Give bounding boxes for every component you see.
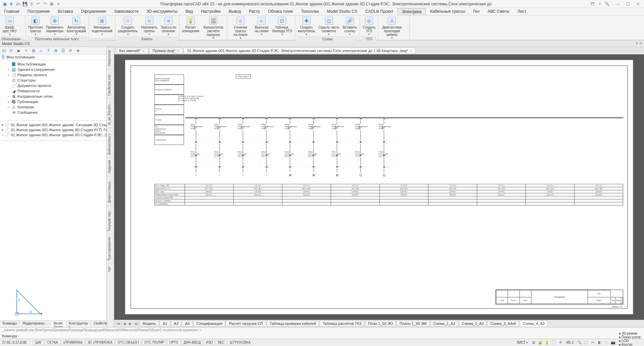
sidebar-tb-icon[interactable]: T [46,48,51,53]
status-grid-icon[interactable]: ⊞ [531,340,536,345]
tree-item[interactable]: 📄Документы проекта [6,83,106,88]
tree-item[interactable]: 📘Мои публикации [6,61,106,67]
ribbon-button[interactable]: ⊞Менеджерподключений▼ [90,16,114,37]
command-input[interactable] [20,334,642,338]
menu-tab-Электрика[interactable]: Электрика [398,8,426,15]
vertical-tab[interactable]: Чат [107,263,114,275]
status-right-toggle[interactable]: ● Показ узлов [617,335,642,339]
status-toggle[interactable]: 3D оПРИВЯЗКА [86,340,114,345]
document-tab[interactable]: 01.Жилое здание.001.Жилое здание.3D.Стад… [184,48,416,54]
layout-tab[interactable]: План 1_50 ЭО [365,320,396,327]
ribbon-button[interactable]: 🧮Калькуляторрасчета нагрузок▼ [201,16,225,40]
menu-tab-Построение[interactable]: Построение [24,8,54,15]
file-item[interactable]: −📄01.Жилое здание.001.Жилое здание.3D.Ст… [1,132,106,137]
tab-close-icon[interactable]: ✕ [142,49,145,53]
vertical-tab[interactable]: Навигатор [107,47,114,69]
redo-icon[interactable]: ↷ [42,1,48,7]
ribbon-button[interactable]: 🔗Вставитьссылку▼ [341,16,358,37]
layout-tab[interactable]: Схема_3_A4x6 [487,320,519,327]
ribbon-button[interactable]: ⚙Применитьпараметры▼ [45,16,65,37]
tree-item[interactable]: +📑Разделы проекта [6,72,106,78]
status-toggle[interactable]: ДИН-ВВОД [181,340,203,345]
tree-item[interactable]: ✉Сообщения [6,110,106,115]
document-tab[interactable]: Пример.dwg*✕ [149,48,183,54]
layout-nav-last[interactable]: ⏭ [134,322,139,326]
status-iso-icon[interactable]: ◧ [597,340,602,345]
document-tab[interactable]: Без имени0*✕ [116,48,148,54]
layout-nav-next[interactable]: ▶ [128,322,133,326]
layout-tab[interactable]: Таблица проверки кабелей [267,320,319,327]
file-item[interactable]: +📄01.Жилое здание.001.Жилое здание.3D.Ст… [1,127,106,132]
status-toggle[interactable]: СЕТКА [45,340,60,345]
sidebar-tb-icon[interactable]: ↻ [9,48,14,53]
layout-tab[interactable]: Плалн 1_50 ЭМ [397,320,430,327]
status-toggle[interactable]: ШАГ [33,340,44,345]
menu-tab-Облака точек[interactable]: Облака точек [264,8,297,15]
sidebar-tb-icon[interactable]: • [24,48,29,53]
tree-item[interactable]: ◢Поверхности [6,88,106,94]
minimize-button[interactable]: — [613,1,623,7]
menu-tab-Настройки[interactable]: Настройки [197,8,225,15]
layout-tab[interactable]: Таблица расчётов ТКЗ [320,320,364,327]
status-right-toggle[interactable]: ● Контур [617,343,642,346]
tab-close-icon[interactable]: ✕ [409,49,412,53]
menu-tab-3D-инструменты[interactable]: 3D-инструменты [142,8,181,15]
menu-tab-Зависимости[interactable]: Зависимости [110,8,143,15]
vertical-tab[interactable]: st_ak_Electric... [107,98,114,128]
new-icon[interactable]: 🗎 [9,1,14,7]
tree-item[interactable]: +🏢Здания и сооружения [6,67,106,72]
ribbon-button[interactable]: 💡Расчетосвещения [181,16,201,34]
menu-tab-Растр[interactable]: Растр [245,8,264,15]
status-right-toggle[interactable]: ● LOD [617,339,642,343]
sidebar-tb-icon[interactable]: 🗁 [1,48,7,53]
sidebar-tb-icon[interactable]: ⟳ [68,48,73,53]
print-icon[interactable]: 🖶 [49,1,54,7]
layout-switch-icon[interactable]: 🗔 [589,1,596,7]
drawing-canvas[interactable]: Данные питающейсети и резервнойАппараты … [114,54,644,320]
status-zoom-in-icon[interactable]: 🔍 [577,340,582,345]
paper-toggle[interactable]: ЛИСТ ▾ [515,341,530,344]
status-toggle[interactable]: оПРИВЯЗКА [61,340,85,345]
ribbon-button[interactable]: ⎌Выноскана схеме▼ [253,16,270,37]
ribbon-button[interactable]: ◧Прототиптрассы▼ [27,16,44,37]
layout-tab[interactable]: A1 [159,320,170,327]
menu-tab-АВС Сметы[interactable]: АВС Сметы [484,8,513,15]
status-cube-icon[interactable]: ⬚ [604,340,609,345]
status-clock-icon[interactable]: 🕘 [551,340,556,345]
sidebar-3d-view[interactable]: X Y [0,141,106,320]
menu-tab-Вывод[interactable]: Вывод [225,8,245,15]
status-toggle[interactable]: ОТС-ПОЛЯР [142,340,167,345]
layout-nav-first[interactable]: ⏮ [116,322,121,326]
tree-item[interactable]: +⚠Коллизии [6,104,106,110]
tree-item[interactable]: ◫Структуры [6,78,106,83]
vertical-tab[interactable]: Задания [107,157,114,176]
ribbon-button[interactable]: ✚Создатьжилу/связь▼ [296,16,316,37]
status-prev-icon[interactable]: ↩ [591,340,595,345]
layout-tab[interactable]: Спецификация [193,320,225,327]
qat-dropdown-icon[interactable]: ▾ [56,1,61,7]
ribbon-button[interactable]: ⚠Диагностикапрокладки кабеля▼ [380,16,404,40]
file-item[interactable]: +📄01.Жилое здание.001.Жилое здание. Ситу… [1,122,106,127]
close-button[interactable]: ✕ [633,1,643,7]
ribbon-button[interactable]: ≡Трасса посечению▼ [159,16,178,37]
layout-nav-prev[interactable]: ◀ [122,322,127,326]
sidebar-tb-icon[interactable]: ⊞ [31,48,36,53]
sidebar-tb-icon[interactable]: ⚙ [53,48,58,53]
layout-tab[interactable]: Схема_1_A3 [430,320,458,327]
sidebar-tb-icon[interactable]: ★ [75,48,81,53]
menu-tab-Главная[interactable]: Главная [0,8,24,15]
save-icon[interactable]: 💾 [22,1,28,7]
menu-tab-Лист[interactable]: Лист [513,8,530,15]
sidebar-tb-icon[interactable]: ⎌ [38,48,44,53]
tab-close-icon[interactable]: ✕ [177,49,179,53]
sidebar-bottom-tab[interactable]: Команды [0,321,20,327]
sidebar-bottom-tab[interactable]: Конструктор о… [66,321,91,327]
layout-tab[interactable]: A4 [182,320,192,327]
layout-tab[interactable]: Схема_4_A3 [520,320,548,327]
search-icon[interactable]: 🔍 [604,1,610,7]
menu-tab-CADLib Проект[interactable]: CADLib Проект [361,8,398,15]
status-toggle[interactable]: ИЗО [204,340,215,345]
layout-tab[interactable]: Модель [140,320,159,327]
scale-display[interactable]: M1:1 [565,341,575,344]
status-right-toggle[interactable]: ● 3D-режим [617,332,642,335]
